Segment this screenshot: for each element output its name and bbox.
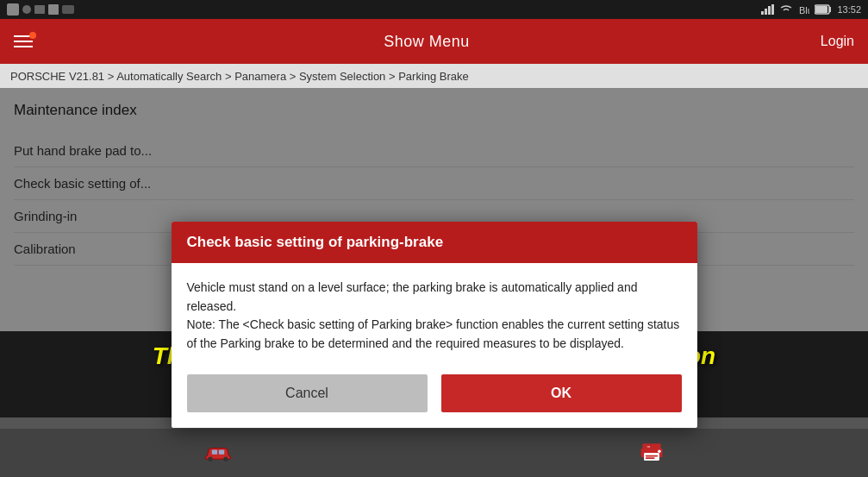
printer-icon <box>638 441 665 465</box>
svg-point-18 <box>658 449 661 453</box>
svg-rect-1 <box>765 9 767 15</box>
status-icon-3 <box>34 5 45 14</box>
breadcrumb-text: PORSCHE V21.81 > Automatically Search > … <box>10 70 469 83</box>
dialog-body: Vehicle must stand on a level surface; t… <box>172 263 697 364</box>
svg-rect-3 <box>771 4 774 15</box>
status-icon-2 <box>22 5 31 14</box>
svg-rect-10 <box>212 449 217 454</box>
car-icon <box>203 442 234 463</box>
wifi-icon <box>780 4 792 15</box>
login-button[interactable]: Login <box>821 34 854 49</box>
nav-printer-icon[interactable] <box>638 441 665 465</box>
svg-rect-17 <box>647 446 651 448</box>
toolbar-title: Show Menu <box>384 33 470 51</box>
status-bar: Bluetooth; 13:52 <box>0 0 868 19</box>
battery-icon <box>815 4 832 15</box>
svg-rect-11 <box>219 449 224 454</box>
dialog: Check basic setting of parking-brake Veh… <box>172 222 697 428</box>
dialog-title: Check basic setting of parking-brake <box>187 234 682 251</box>
status-bar-left <box>7 3 74 16</box>
notification-dot <box>29 32 36 39</box>
svg-point-8 <box>208 457 212 461</box>
svg-rect-7 <box>815 6 827 13</box>
svg-text:Bluetooth;: Bluetooth; <box>799 5 809 15</box>
breadcrumb: PORSCHE V21.81 > Automatically Search > … <box>0 64 868 88</box>
svg-rect-14 <box>644 453 659 461</box>
status-bar-right: Bluetooth; 13:52 <box>761 4 861 15</box>
toolbar: Show Menu Login <box>0 19 868 64</box>
status-icon-1 <box>7 3 19 16</box>
dialog-actions: Cancel OK <box>172 364 697 428</box>
bluetooth-icon: Bluetooth; <box>797 4 809 15</box>
status-icon-4 <box>48 4 59 15</box>
svg-rect-0 <box>761 11 764 15</box>
svg-point-9 <box>223 457 228 461</box>
svg-rect-16 <box>646 457 655 459</box>
time-display: 13:52 <box>837 4 861 15</box>
svg-rect-2 <box>768 6 771 15</box>
dialog-body-text: Vehicle must stand on a level surface; t… <box>187 280 680 350</box>
signal-icon <box>761 4 775 15</box>
nav-car-icon[interactable] <box>203 442 234 463</box>
ok-button[interactable]: OK <box>441 374 682 412</box>
bottom-nav <box>0 429 868 477</box>
svg-rect-15 <box>646 455 658 457</box>
cancel-button[interactable]: Cancel <box>187 374 428 412</box>
status-icon-5 <box>62 5 74 14</box>
content-area: Maintenance index Put hand brake pad to.… <box>0 88 868 331</box>
svg-rect-6 <box>829 7 831 12</box>
menu-button[interactable] <box>14 35 33 47</box>
dialog-header: Check basic setting of parking-brake <box>172 222 697 263</box>
